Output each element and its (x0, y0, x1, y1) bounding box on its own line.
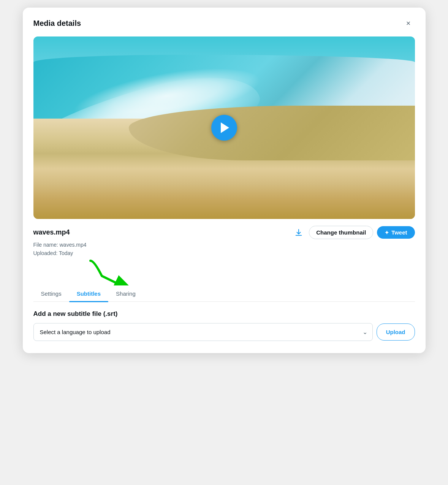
close-button[interactable]: × (402, 17, 415, 30)
meta-uploaded: Uploaded: Today (33, 249, 415, 257)
modal-header: Media details × (33, 17, 415, 30)
play-button[interactable] (211, 115, 237, 141)
download-icon (294, 228, 303, 237)
subtitle-section-title: Add a new subtitle file (.srt) (33, 310, 415, 318)
arrow-indicator (33, 261, 415, 284)
language-select[interactable]: Select a language to upload English Span… (33, 323, 373, 341)
tweet-button[interactable]: ✦ Tweet (377, 226, 415, 239)
media-details-modal: Media details × waves.mp4 Change thumbna… (23, 8, 426, 353)
tweet-label: Tweet (391, 229, 407, 236)
upload-row: Select a language to upload English Span… (33, 323, 415, 341)
tab-subtitles[interactable]: Subtitles (69, 285, 108, 301)
meta-filename: File name: waves.mp4 (33, 241, 415, 249)
modal-title: Media details (33, 19, 81, 28)
subtitles-section: Add a new subtitle file (.srt) Select a … (33, 310, 415, 341)
download-button[interactable] (292, 226, 305, 239)
meta-info: File name: waves.mp4 Uploaded: Today (33, 241, 415, 258)
media-filename: waves.mp4 (33, 228, 70, 236)
tweet-icon: ✦ (385, 230, 389, 236)
tab-sharing[interactable]: Sharing (108, 285, 143, 301)
tabs-row: Settings Subtitles Sharing (33, 285, 415, 302)
language-select-wrapper: Select a language to upload English Span… (33, 323, 373, 341)
green-arrow-icon (87, 259, 132, 285)
action-buttons: Change thumbnail ✦ Tweet (292, 226, 415, 239)
media-info-row: waves.mp4 Change thumbnail ✦ Tweet (33, 226, 415, 239)
video-player[interactable] (33, 36, 415, 219)
upload-button[interactable]: Upload (377, 323, 415, 341)
tab-settings[interactable]: Settings (33, 285, 69, 301)
change-thumbnail-button[interactable]: Change thumbnail (309, 226, 373, 239)
